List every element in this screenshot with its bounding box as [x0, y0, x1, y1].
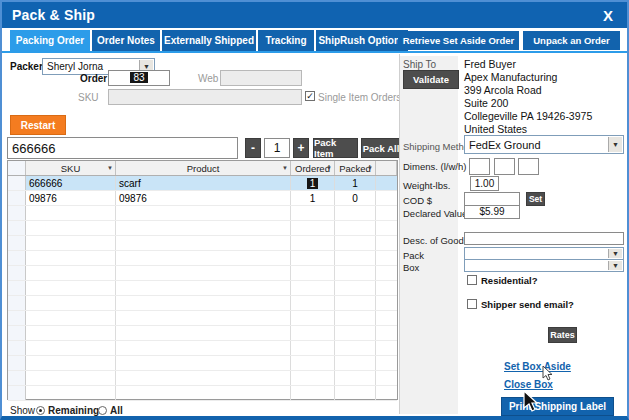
close-box-link[interactable]: Close Box: [504, 379, 553, 390]
title-bar: Pack & Ship X: [2, 2, 627, 28]
column-header-product[interactable]: Product▼: [116, 161, 291, 175]
table-row[interactable]: 666666 scarf 1 1: [8, 176, 397, 191]
table-empty-row: [8, 206, 397, 221]
order-label: Order: [80, 73, 107, 84]
order-value: 83: [130, 72, 147, 83]
box-label: Box: [403, 262, 419, 273]
set-box-aside-link[interactable]: Set Box Aside: [504, 361, 571, 372]
table-empty-row: [8, 296, 397, 311]
table-header-row: SKU▼ Product▼ Ordered▼ Packed▼: [8, 161, 397, 176]
chevron-down-icon[interactable]: ▼: [608, 137, 622, 152]
table-empty-row: [8, 281, 397, 296]
packer-label: Packer: [10, 61, 43, 72]
chevron-down-icon[interactable]: ▼: [608, 249, 622, 258]
tab-bar: Packing Order Order Notes Externally Shi…: [2, 30, 627, 51]
quantity-increment-button[interactable]: +: [293, 138, 309, 158]
chevron-down-icon[interactable]: ▼: [107, 165, 113, 171]
table-row[interactable]: 09876 09876 1 0: [8, 191, 397, 206]
address-line: Collegeville PA 19426-3975: [464, 110, 592, 123]
column-header-filler: [376, 161, 397, 175]
table-empty-row: [8, 236, 397, 251]
shipping-method-select[interactable]: FedEx Ground ▼: [464, 135, 624, 154]
cell-product: scarf: [116, 176, 291, 190]
tab-shiprush-options[interactable]: ShipRush Options: [316, 30, 408, 51]
residential-label: Residential?: [481, 275, 538, 286]
show-all-radio[interactable]: All: [98, 405, 123, 416]
sku-input: [108, 89, 302, 105]
pack-item-button[interactable]: Pack Item: [313, 138, 358, 158]
cell-packed: 1: [335, 176, 376, 190]
print-shipping-label-button[interactable]: Print Shipping Label: [501, 397, 614, 416]
address-line: 399 Arcola Road: [464, 84, 592, 97]
cod-input[interactable]: [464, 192, 520, 206]
web-label: Web: [198, 73, 218, 84]
ship-to-label: Ship To: [403, 59, 436, 70]
scan-sku-input[interactable]: [7, 137, 238, 159]
radio-icon: [98, 406, 107, 415]
dimension-w-input[interactable]: [494, 158, 515, 175]
quantity-value[interactable]: 1: [264, 138, 290, 158]
dimension-l-input[interactable]: [469, 158, 490, 175]
tab-tracking[interactable]: Tracking: [258, 30, 314, 51]
tab-externally-shipped[interactable]: Externally Shipped: [162, 30, 256, 51]
tab-order-notes[interactable]: Order Notes: [92, 30, 160, 51]
column-header-packed[interactable]: Packed▼: [335, 161, 376, 175]
table-empty-row: [8, 266, 397, 281]
cell-ordered: 1: [291, 191, 335, 205]
validate-button[interactable]: Validate: [403, 70, 459, 89]
cod-label: COD $: [403, 195, 432, 206]
show-remaining-radio[interactable]: Remaining: [36, 405, 99, 416]
packer-value: Sheryl Jorna: [47, 61, 103, 72]
ship-to-address: Fred Buyer Apex Manufacturing 399 Arcola…: [464, 58, 592, 136]
shipper-send-email-label: Shipper send email?: [481, 299, 574, 310]
table-empty-row: [8, 371, 397, 386]
pack-and-ship-dialog: Pack & Ship X Packing Order Order Notes …: [0, 0, 629, 420]
retrieve-set-aside-order-button[interactable]: Retrieve Set Aside Order: [398, 31, 519, 50]
restart-button[interactable]: Restart: [10, 115, 66, 135]
cell-packed: 0: [335, 191, 376, 205]
checkmark-icon: ✓: [306, 91, 314, 101]
cell-ordered[interactable]: 1: [291, 176, 335, 190]
table-empty-row: [8, 326, 397, 341]
cell-sku: 09876: [26, 191, 116, 205]
pack-all-button[interactable]: Pack All: [361, 138, 401, 158]
radio-selected-icon: [36, 406, 45, 415]
web-input: [220, 70, 302, 86]
tab-underline: [2, 51, 627, 53]
residential-checkbox[interactable]: [467, 275, 477, 285]
order-input[interactable]: 83: [108, 70, 170, 86]
cod-set-button[interactable]: Set: [526, 192, 545, 206]
weight-label: Weight-lbs.: [403, 180, 450, 191]
box-select[interactable]: ▼: [464, 259, 624, 272]
cell-product: 09876: [116, 191, 291, 205]
page-title: Pack & Ship: [12, 7, 95, 23]
dimensions-label: Dimens. (l/w/h): [403, 161, 466, 172]
show-label: Show: [10, 405, 35, 416]
close-icon[interactable]: X: [603, 7, 617, 24]
chevron-down-icon[interactable]: ▼: [367, 165, 373, 171]
chevron-down-icon[interactable]: ▼: [608, 261, 622, 270]
tab-packing-order[interactable]: Packing Order: [10, 30, 90, 51]
dimension-h-input[interactable]: [518, 158, 539, 175]
weight-input[interactable]: 1.00: [470, 176, 499, 191]
chevron-down-icon[interactable]: ▼: [326, 165, 332, 171]
quantity-decrement-button[interactable]: -: [245, 138, 261, 158]
column-header-ordered[interactable]: Ordered▼: [291, 161, 335, 175]
table-empty-row: [8, 356, 397, 371]
desc-of-goods-input[interactable]: [464, 232, 624, 245]
address-line: Apex Manufacturing: [464, 71, 592, 84]
unpack-an-order-button[interactable]: Unpack an Order: [523, 31, 620, 50]
items-table: SKU▼ Product▼ Ordered▼ Packed▼ 666666 sc…: [7, 160, 398, 400]
declared-value-label: Declared Value: [403, 208, 467, 219]
table-corner-cell[interactable]: [8, 161, 26, 175]
table-empty-row: [8, 221, 397, 236]
shipper-send-email-checkbox[interactable]: [467, 299, 477, 309]
address-line: Fred Buyer: [464, 58, 592, 71]
column-header-sku[interactable]: SKU▼: [26, 161, 116, 175]
rates-button[interactable]: Rates: [548, 327, 577, 343]
table-empty-row: [8, 386, 397, 401]
desc-of-goods-label: Desc. of Goods: [403, 235, 468, 246]
chevron-down-icon[interactable]: ▼: [282, 165, 288, 171]
single-item-orders-checkbox[interactable]: ✓: [305, 91, 315, 101]
declared-value-input[interactable]: $5.99: [464, 205, 520, 219]
